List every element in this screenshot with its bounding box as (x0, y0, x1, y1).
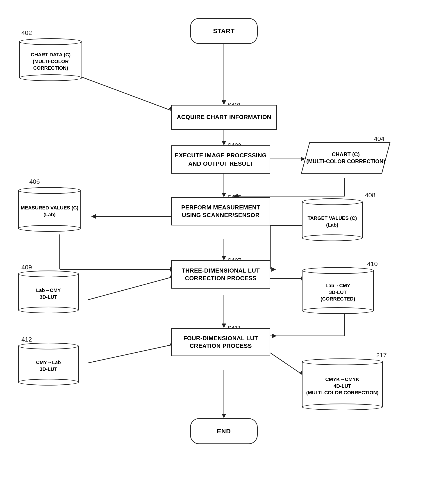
end-label: END (217, 428, 231, 435)
cyl-top-412 (18, 343, 79, 349)
svg-line-24 (88, 277, 171, 300)
ref-406-label: 406 (29, 178, 40, 185)
db409-text: Lab→CMY 3D-LUT (36, 287, 61, 300)
db410-text: Lab→CMY 3D-LUT (CORRECTED) (321, 282, 355, 302)
cyl-top-408 (302, 198, 363, 205)
cyl-top-402 (19, 38, 82, 45)
cyl-top-217 (302, 358, 383, 365)
svg-marker-16 (222, 256, 226, 260)
db409-cylinder: Lab→CMY 3D-LUT (18, 271, 79, 316)
cyl-body-412: CMY→Lab 3D-LUT (18, 346, 79, 382)
db410-cylinder: Lab→CMY 3D-LUT (CORRECTED) (302, 267, 374, 317)
svg-marker-1 (222, 100, 226, 105)
ref-410-label: 410 (367, 260, 378, 268)
s405-label: PERFORM MEASUREMENT USING SCANNER/SENSOR (181, 204, 260, 219)
db408-text: TARGET VALUES (C) (Lab) (307, 215, 357, 228)
cyl-top-406 (18, 187, 81, 194)
s407-process: THREE-DIMENSIONAL LUT CORRECTION PROCESS (171, 260, 270, 289)
s403-process: EXECUTE IMAGE PROCESSING AND OUTPUT RESU… (171, 145, 270, 174)
cyl-bottom-408 (302, 234, 363, 241)
db412-cylinder: CMY→Lab 3D-LUT (18, 343, 79, 388)
s407-label: THREE-DIMENSIONAL LUT CORRECTION PROCESS (182, 267, 260, 282)
s405-process: PERFORM MEASUREMENT USING SCANNER/SENSOR (171, 197, 270, 225)
cyl-bottom-412 (18, 379, 79, 386)
ref-404-label: 404 (374, 135, 385, 143)
db402-text: CHART DATA (C) (MULTI-COLOR CORRECTION) (31, 51, 71, 72)
cyl-body-402: CHART DATA (C) (MULTI-COLOR CORRECTION) (19, 42, 82, 78)
ref-409-label: 409 (21, 264, 32, 271)
db406-cylinder: MEASURED VALUES (C) (Lab) (18, 187, 81, 234)
ref-412-label: 412 (21, 336, 32, 343)
cyl-bottom-410 (302, 307, 374, 314)
cyl-body-410: Lab→CMY 3D-LUT (CORRECTED) (302, 271, 374, 311)
cyl-top-410 (302, 267, 374, 274)
svg-line-35 (270, 353, 302, 374)
svg-marker-5 (222, 141, 226, 145)
s403-label: EXECUTE IMAGE PROCESSING AND OUTPUT RESU… (175, 151, 267, 168)
cyl-bottom-406 (18, 225, 81, 232)
svg-marker-12 (222, 193, 226, 197)
db406-text: MEASURED VALUES (C) (Lab) (21, 204, 79, 218)
svg-line-2 (81, 77, 171, 111)
cyl-bottom-402 (19, 74, 82, 81)
start-label: START (213, 27, 235, 35)
ref-408-label: 408 (365, 192, 376, 199)
db412-text: CMY→Lab 3D-LUT (36, 359, 61, 372)
db404-parallelogram: CHART (C) (MULTI-COLOR CORRECTION) (305, 142, 386, 174)
svg-marker-14 (91, 214, 96, 219)
cyl-body-409: Lab→CMY 3D-LUT (18, 274, 79, 310)
db217-text: CMYK→CMYK 4D-LUT (MULTI-COLOR CORRECTION… (306, 376, 379, 396)
svg-marker-32 (272, 334, 277, 338)
svg-marker-38 (222, 414, 226, 418)
db402-cylinder: CHART DATA (C) (MULTI-COLOR CORRECTION) (19, 38, 82, 83)
cyl-body-406: MEASURED VALUES (C) (Lab) (18, 191, 81, 228)
s401-process: ACQUIRE CHART INFORMATION (171, 105, 277, 130)
cyl-top-409 (18, 271, 79, 277)
svg-line-33 (88, 345, 171, 363)
svg-marker-23 (271, 267, 276, 272)
s411-process: FOUR-DIMENSIONAL LUT CREATION PROCESS (171, 328, 270, 356)
db404-text: CHART (C) (MULTI-COLOR CORRECTION) (306, 151, 385, 165)
diagram-container: START 402 CHART DATA (C) (MULTI-COLOR CO… (0, 0, 448, 482)
s401-label: ACQUIRE CHART INFORMATION (177, 113, 271, 121)
ref-402-label: 402 (21, 29, 32, 37)
end-terminal: END (190, 418, 258, 444)
cyl-bottom-409 (18, 307, 79, 313)
db408-cylinder: TARGET VALUES (C) (Lab) (302, 198, 363, 243)
svg-marker-29 (222, 323, 226, 328)
start-terminal: START (190, 18, 258, 44)
cyl-body-408: TARGET VALUES (C) (Lab) (302, 202, 363, 238)
cyl-bottom-217 (302, 403, 383, 410)
db217-cylinder: CMYK→CMYK 4D-LUT (MULTI-COLOR CORRECTION… (302, 358, 383, 413)
cyl-body-217: CMYK→CMYK 4D-LUT (MULTI-COLOR CORRECTION… (302, 362, 383, 407)
ref-217-label: 217 (376, 352, 387, 359)
s411-label: FOUR-DIMENSIONAL LUT CREATION PROCESS (183, 335, 258, 350)
